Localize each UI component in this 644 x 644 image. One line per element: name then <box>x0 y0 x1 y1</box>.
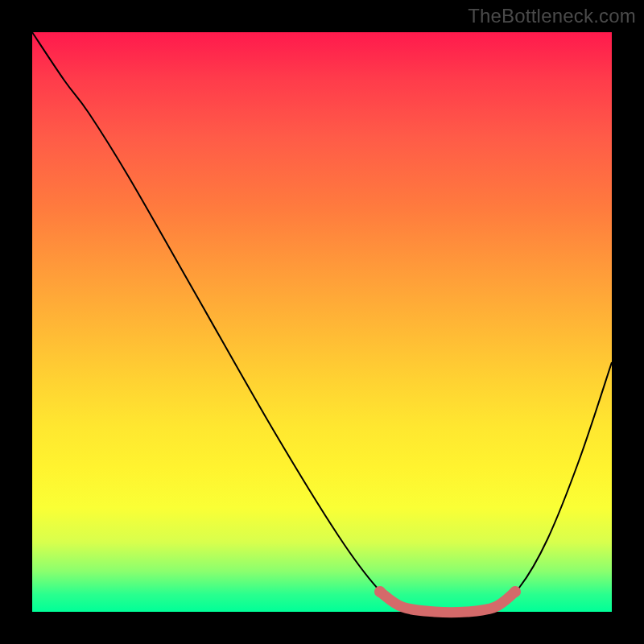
watermark-text: TheBottleneck.com <box>468 5 636 27</box>
highlight-endpoints <box>374 586 521 597</box>
chart-frame: TheBottleneck.com <box>0 0 644 644</box>
highlight-endpoint <box>510 586 521 597</box>
highlight-path <box>380 592 515 613</box>
chart-svg <box>32 32 612 612</box>
highlight-endpoint <box>374 586 386 597</box>
curve-path <box>32 32 612 613</box>
